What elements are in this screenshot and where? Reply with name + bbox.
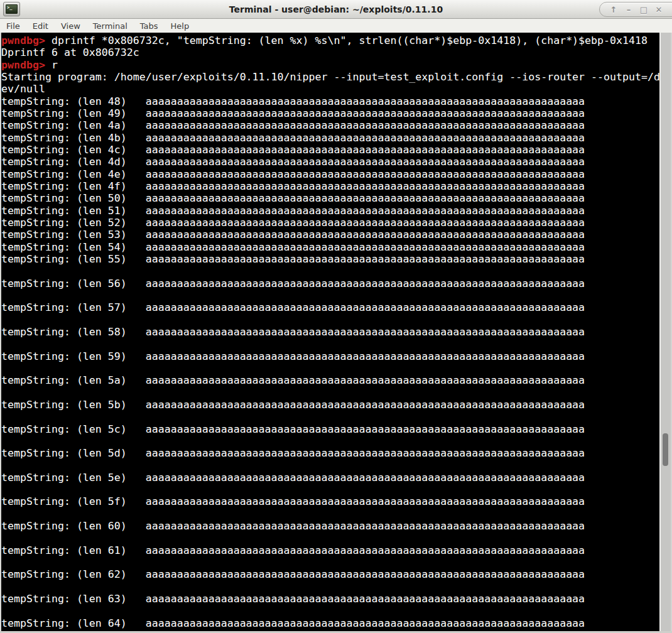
terminal-line: tempString: (len 52) aaaaaaaaaaaaaaaaaaa…	[1, 217, 659, 229]
terminal-blank-line	[1, 289, 659, 301]
terminal-line: tempString: (len 4e) aaaaaaaaaaaaaaaaaaa…	[1, 168, 659, 180]
scrollbar-thumb[interactable]	[663, 433, 668, 466]
terminal-line: tempString: (len 5f) aaaaaaaaaaaaaaaaaaa…	[1, 495, 659, 507]
terminal-content: pwndbg> dprintf *0x806732c, "tempString:…	[0, 33, 672, 631]
terminal-line: tempString: (len 4d) aaaaaaaaaaaaaaaaaaa…	[1, 156, 659, 168]
terminal-blank-line	[1, 605, 659, 617]
pwndbg-prompt: pwndbg>	[1, 35, 45, 46]
window-button-close[interactable]: ✕	[651, 3, 666, 16]
terminal-line: tempString: (len 4c) aaaaaaaaaaaaaaaaaaa…	[1, 144, 659, 156]
pwndbg-prompt: pwndbg>	[1, 59, 45, 71]
menu-item-edit[interactable]: Edit	[26, 20, 55, 32]
terminal-line: tempString: (len 59) aaaaaaaaaaaaaaaaaaa…	[1, 350, 659, 362]
terminal-line: Dprintf 6 at 0x806732c	[1, 46, 659, 58]
menu-item-file[interactable]: File	[0, 20, 26, 32]
terminal-line: tempString: (len 5c) aaaaaaaaaaaaaaaaaaa…	[1, 423, 659, 435]
terminal-line: tempString: (len 57) aaaaaaaaaaaaaaaaaaa…	[1, 301, 659, 313]
terminal-line: tempString: (len 48) aaaaaaaaaaaaaaaaaaa…	[1, 95, 659, 107]
terminal-blank-line	[1, 532, 659, 544]
terminal-line: tempString: (len 63) aaaaaaaaaaaaaaaaaaa…	[1, 593, 659, 605]
terminal-blank-line	[1, 484, 659, 495]
terminal-line: tempString: (len 58) aaaaaaaaaaaaaaaaaaa…	[1, 326, 659, 338]
terminal-line: tempString: (len 4a) aaaaaaaaaaaaaaaaaaa…	[1, 119, 659, 131]
terminal-line: tempString: (len 4b) aaaaaaaaaaaaaaaaaaa…	[1, 132, 659, 144]
terminal-blank-line	[1, 265, 659, 277]
terminal-line: tempString: (len 5e) aaaaaaaaaaaaaaaaaaa…	[1, 472, 659, 484]
terminal-line: tempString: (len 49) aaaaaaaaaaaaaaaaaaa…	[1, 107, 659, 119]
terminal-line: pwndbg> r	[1, 59, 659, 71]
terminal-line: tempString: (len 5d) aaaaaaaaaaaaaaaaaaa…	[1, 447, 659, 459]
window-button-minimize[interactable]: –	[621, 3, 636, 16]
terminal-blank-line	[1, 411, 659, 423]
maximize-icon: □	[640, 5, 648, 14]
terminal-blank-line	[1, 459, 659, 471]
terminal-screen[interactable]: pwndbg> dprintf *0x806732c, "tempString:…	[0, 33, 659, 631]
window-controls: ↑–□✕	[599, 2, 672, 17]
menu-item-terminal[interactable]: Terminal	[87, 20, 134, 32]
terminal-blank-line	[1, 435, 659, 447]
terminal-line: tempString: (len 62) aaaaaaaaaaaaaaaaaaa…	[1, 568, 659, 580]
menubar: FileEditViewTerminalTabsHelp	[0, 19, 672, 33]
terminal-line: tempString: (len 60) aaaaaaaaaaaaaaaaaaa…	[1, 520, 659, 532]
terminal-blank-line	[1, 556, 659, 568]
terminal-blank-line	[1, 362, 659, 374]
terminal-line: tempString: (len 4f) aaaaaaaaaaaaaaaaaaa…	[1, 180, 659, 192]
terminal-window: >_ Terminal - user@debian: ~/exploits/0.…	[0, 0, 672, 633]
terminal-blank-line	[1, 581, 659, 593]
terminal-line: tempString: (len 50) aaaaaaaaaaaaaaaaaaa…	[1, 192, 659, 204]
menu-item-help[interactable]: Help	[165, 20, 196, 32]
terminal-line: tempString: (len 5b) aaaaaaaaaaaaaaaaaaa…	[1, 399, 659, 411]
terminal-line: tempString: (len 53) aaaaaaaaaaaaaaaaaaa…	[1, 229, 659, 241]
menu-item-tabs[interactable]: Tabs	[134, 20, 165, 32]
window-button-shade[interactable]: ↑	[606, 3, 621, 16]
terminal-line: tempString: (len 5a) aaaaaaaaaaaaaaaaaaa…	[1, 374, 659, 386]
terminal-line: tempString: (len 51) aaaaaaaaaaaaaaaaaaa…	[1, 205, 659, 217]
terminal-blank-line	[1, 338, 659, 350]
terminal-line: pwndbg> dprintf *0x806732c, "tempString:…	[1, 35, 659, 46]
terminal-line: tempString: (len 55) aaaaaaaaaaaaaaaaaaa…	[1, 253, 659, 265]
window-button-maximize[interactable]: □	[636, 3, 651, 16]
scrollbar[interactable]	[659, 33, 672, 631]
terminal-blank-line	[1, 387, 659, 399]
terminal-line: tempString: (len 54) aaaaaaaaaaaaaaaaaaa…	[1, 241, 659, 253]
terminal-blank-line	[1, 508, 659, 520]
terminal-line: tempString: (len 56) aaaaaaaaaaaaaaaaaaa…	[1, 278, 659, 289]
terminal-line: tempString: (len 61) aaaaaaaaaaaaaaaaaaa…	[1, 544, 659, 556]
window-title: Terminal - user@debian: ~/exploits/0.11.…	[0, 0, 672, 18]
menu-item-view[interactable]: View	[55, 20, 87, 32]
terminal-line: Starting program: /home/user/exploits/0.…	[1, 71, 659, 83]
close-icon: ✕	[656, 5, 663, 14]
terminal-line: ev/null	[1, 83, 659, 95]
shade-icon: ↑	[610, 5, 617, 14]
terminal-blank-line	[1, 314, 659, 326]
minimize-icon: –	[627, 5, 631, 14]
terminal-line: tempString: (len 64) aaaaaaaaaaaaaaaaaaa…	[1, 617, 659, 629]
titlebar[interactable]: >_ Terminal - user@debian: ~/exploits/0.…	[0, 0, 672, 19]
